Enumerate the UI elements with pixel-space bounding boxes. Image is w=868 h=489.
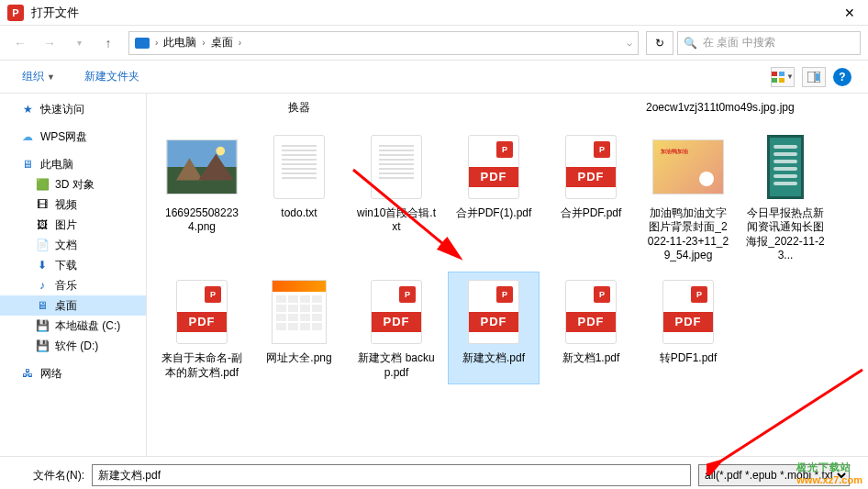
filename-input[interactable] [92,464,691,486]
file-item-unnamed-pdf[interactable]: PPDF 来自于未命名-副本的新文档.pdf [156,272,248,384]
sidebar-label: 下载 [55,258,77,273]
music-icon: ♪ [35,278,50,293]
file-label: 来自于未命名-副本的新文档.pdf [161,351,243,380]
file-item-landscape-png[interactable]: 1669255082234.png [156,127,248,268]
image-thumbnail: 加油鸭加油 [652,139,724,194]
file-item-newdoc[interactable]: PPDF 新建文档.pdf [448,272,540,384]
pc-icon [135,38,150,49]
txt-icon [371,135,422,199]
star-icon: ★ [20,102,35,117]
download-icon: ⬇ [35,258,50,272]
sidebar-item-software-d[interactable]: 💾 软件 (D:) [0,336,146,356]
pdf-icon: PPDF [176,280,228,344]
toolbar: 组织 ▼ 新建文件夹 ▼ ? [0,61,868,94]
chevron-right-icon: › [202,38,205,48]
file-item-web-png[interactable]: 网址大全.png [253,272,345,384]
file-item-win10-txt[interactable]: win10首段合辑.txt [351,127,442,268]
sidebar-label: 文档 [55,238,77,253]
txt-icon [273,135,325,199]
svg-point-11 [216,146,225,155]
sidebar-label: 3D 对象 [55,177,95,193]
file-item-merge-pdf1[interactable]: PPDF 合并PDF(1).pdf [448,127,540,268]
file-grid: 换器 2oecw1vzj311t0mo49s.jpg .jpg 16692550… [147,94,868,456]
file-label: 加油鸭加油文字图片背景封面_2022-11-23+11_29_54.jpeg [647,206,729,263]
sidebar-item-documents[interactable]: 📄 文档 [0,235,146,255]
image-thumbnail [272,280,327,344]
pdf-icon: PPDF [468,135,519,199]
pdf-icon: PPDF [468,280,519,344]
file-label: win10首段合辑.txt [355,206,438,235]
file-label-partial[interactable]: 2oecw1vzj311t0mo49s.jpg [642,101,734,121]
svg-rect-7 [167,140,236,167]
search-icon: 🔍 [684,37,697,50]
picture-icon: 🖼 [35,217,50,232]
file-label-partial[interactable]: .jpg [740,101,831,121]
forward-button[interactable]: → [37,30,62,56]
content-area: ★ 快速访问 ☁ WPS网盘 🖥 此电脑 🟩 3D 对象 🎞 视频 🖼 图片 📄… [0,94,868,456]
sidebar-item-videos[interactable]: 🎞 视频 [0,194,146,215]
file-item-merge-pdf[interactable]: PPDF 合并PDF.pdf [545,127,637,268]
refresh-button[interactable]: ↻ [646,31,673,55]
desktop-icon: 🖥 [35,298,50,313]
sidebar-item-music[interactable]: ♪ 音乐 [0,275,146,295]
file-label: 今日早报热点新闻资讯通知长图海报_2022-11-23... [744,206,827,263]
pdf-icon: PPDF [662,280,714,344]
new-folder-label: 新建文件夹 [84,69,139,84]
sidebar-item-local-c[interactable]: 💾 本地磁盘 (C:) [0,316,146,336]
file-item-todo-txt[interactable]: todo.txt [253,127,345,268]
new-folder-button[interactable]: 新建文件夹 [79,67,145,86]
breadcrumb-dropdown[interactable]: ⌵ [627,38,632,48]
file-label: 转PDF1.pdf [660,351,718,366]
file-item-newdoc1[interactable]: PPDF 新文档1.pdf [545,272,637,384]
sidebar-item-desktop[interactable]: 🖥 桌面 [0,295,146,316]
sidebar-item-pictures[interactable]: 🖼 图片 [0,215,146,235]
pdf-icon: PPDF [565,280,617,344]
view-mode-button[interactable]: ▼ [771,67,795,87]
file-item-convert-pdf1[interactable]: PPDF 转PDF1.pdf [642,272,734,384]
close-button[interactable]: ✕ [839,4,861,22]
pc-icon: 🖥 [20,157,35,172]
file-label: 新建文档.pdf [462,351,525,366]
file-label-partial[interactable]: 换器 [253,101,345,121]
recent-dropdown[interactable]: ▾ [66,30,92,56]
sidebar-label: 快速访问 [40,102,84,117]
disk-icon: 💾 [35,318,50,333]
up-button[interactable]: ↑ [95,30,121,56]
image-thumbnail [166,139,238,194]
sidebar-item-network[interactable]: 🖧 网络 [0,363,146,383]
organize-menu[interactable]: 组织 ▼ [17,67,61,86]
sidebar-item-3d-objects[interactable]: 🟩 3D 对象 [0,174,146,194]
sidebar-label: 图片 [55,217,77,233]
file-label: 合并PDF.pdf [561,206,622,221]
file-label: 新建文档 backup.pdf [355,351,438,380]
sidebar-item-this-pc[interactable]: 🖥 此电脑 [0,154,146,174]
help-button[interactable]: ? [833,68,851,86]
sidebar-label: 视频 [55,197,77,213]
titlebar: P 打开文件 ✕ [0,0,868,26]
sidebar-item-quick-access[interactable]: ★ 快速访问 [0,99,146,119]
watermark-cn: 极光下载站 [796,461,851,472]
svg-rect-3 [779,78,785,83]
search-box[interactable]: 🔍 在 桌面 中搜索 [677,31,861,55]
organize-label: 组织 [22,69,44,84]
sidebar-item-wps[interactable]: ☁ WPS网盘 [0,127,146,147]
sidebar-label: 软件 (D:) [55,339,98,354]
breadcrumb[interactable]: › 此电脑 › 桌面 › ⌵ [128,31,639,55]
file-item-duck-jpeg[interactable]: 加油鸭加油 加油鸭加油文字图片背景封面_2022-11-23+11_29_54.… [642,127,734,268]
watermark: 极光下载站 www.xz7.com [796,461,862,485]
preview-pane-button[interactable] [802,67,826,87]
video-icon: 🎞 [35,197,50,212]
sidebar-label: 此电脑 [40,157,73,172]
svg-rect-2 [772,78,777,83]
file-item-news-img[interactable]: 今日早报热点新闻资讯通知长图海报_2022-11-23... [740,127,831,268]
app-icon: P [7,5,24,21]
chevron-right-icon: › [155,38,158,48]
crumb-desktop[interactable]: 桌面 [211,35,233,50]
back-button[interactable]: ← [7,30,33,56]
crumb-this-pc[interactable]: 此电脑 [163,35,196,50]
file-item-newdoc-backup[interactable]: PPDF 新建文档 backup.pdf [351,272,442,384]
cube-icon: 🟩 [35,177,50,192]
sidebar-item-downloads[interactable]: ⬇ 下载 [0,255,146,275]
network-icon: 🖧 [20,366,35,381]
window-title: 打开文件 [31,5,839,21]
